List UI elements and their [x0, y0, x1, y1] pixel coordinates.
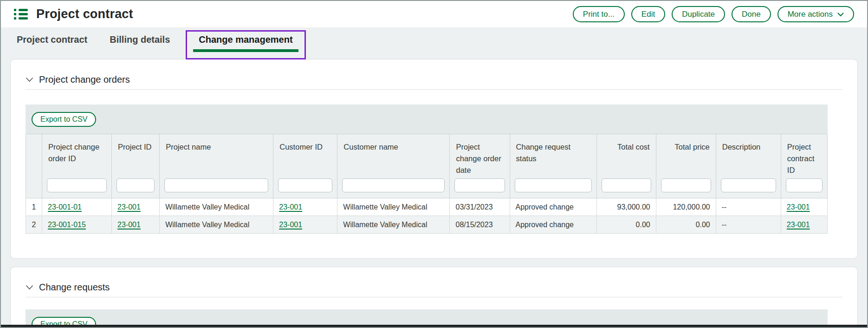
project-change-orders-panel: Project change orders Export to CSV Proj…	[10, 59, 858, 259]
section-header-change-requests: Change requests	[26, 281, 842, 297]
tab-change-management[interactable]: Change management	[192, 27, 299, 52]
column-header-customer_id: Customer ID	[273, 134, 337, 198]
column-header-cr_status: Change request status	[510, 134, 596, 198]
tab-billing-details[interactable]: Billing details	[110, 27, 170, 52]
done-button[interactable]: Done	[732, 6, 771, 22]
cell-customer_id: 23-001	[273, 216, 337, 234]
filter-input-description[interactable]	[721, 178, 776, 192]
section-header-project-change-orders: Project change orders	[26, 73, 842, 90]
cell-pco_id: 23-001-01	[42, 198, 112, 216]
more-actions-label: More actions	[788, 10, 833, 18]
column-label: Total cost	[597, 135, 655, 153]
cell-row_num: 1	[26, 198, 42, 216]
edit-button[interactable]: Edit	[631, 6, 665, 22]
export-csv-label: Export to CSV	[40, 116, 87, 123]
column-header-row_num	[26, 134, 42, 198]
column-header-pco_date: Project change order date	[450, 134, 510, 198]
link-pco_id[interactable]: 23-001-01	[48, 203, 82, 211]
grid-toolbar: Export to CSV	[26, 105, 828, 134]
filter-input-contract_id[interactable]	[786, 178, 823, 192]
cell-contract_id: 23-001	[781, 216, 827, 234]
cell-cr_status: Approved change	[510, 198, 596, 216]
table-row: 223-001-01523-001Willamette Valley Medic…	[26, 216, 828, 234]
export-to-csv-button[interactable]: Export to CSV	[32, 112, 96, 127]
page-title: Project contract	[36, 7, 133, 21]
filter-input-pco_date[interactable]	[454, 178, 505, 192]
column-header-project_id: Project ID	[112, 134, 160, 198]
link-contract_id[interactable]: 23-001	[787, 221, 810, 229]
header-actions: Print to... Edit Duplicate Done More act…	[573, 6, 854, 22]
list-menu-icon[interactable]	[14, 9, 28, 20]
column-label: Description	[717, 135, 780, 153]
top-header: Project contract Print to... Edit Duplic…	[1, 1, 867, 27]
link-contract_id[interactable]: 23-001	[787, 203, 810, 211]
cell-pco_id: 23-001-015	[42, 216, 112, 234]
tab-bar: Project contract Billing details Change …	[1, 27, 867, 52]
link-pco_id[interactable]: 23-001-015	[48, 221, 86, 229]
column-label: Project name	[160, 135, 272, 153]
project-change-orders-grid: Export to CSV Project change order IDPro…	[26, 105, 828, 234]
filter-input-pco_id[interactable]	[47, 178, 107, 192]
window-bottom-edge	[1, 325, 867, 327]
column-header-customer_name: Customer name	[337, 134, 450, 198]
column-header-pco_id: Project change order ID	[42, 134, 112, 198]
filter-input-total_cost[interactable]	[602, 178, 651, 192]
collapse-chevron-icon[interactable]	[26, 77, 33, 82]
tab-billing-details-label: Billing details	[110, 34, 170, 45]
cell-contract_id: 23-001	[781, 198, 827, 216]
filter-input-total_price[interactable]	[661, 178, 711, 192]
column-label: Customer name	[338, 135, 449, 153]
filter-input-project_name[interactable]	[164, 178, 268, 192]
table-header-row: Project change order IDProject IDProject…	[26, 134, 828, 198]
cell-customer_name: Willamette Valley Medical	[337, 198, 450, 216]
app-window: Project contract Print to... Edit Duplic…	[0, 0, 868, 328]
project-change-orders-table: Project change order IDProject IDProject…	[26, 134, 828, 234]
print-to-label: Print to...	[583, 10, 615, 18]
cell-total_cost: 0.00	[596, 216, 656, 234]
cell-customer_name: Willamette Valley Medical	[337, 216, 450, 234]
cell-customer_id: 23-001	[273, 198, 337, 216]
cell-total_price: 120,000.00	[656, 198, 716, 216]
cell-project_name: Willamette Valley Medical	[160, 198, 273, 216]
cell-pco_date: 03/31/2023	[450, 198, 510, 216]
duplicate-button[interactable]: Duplicate	[672, 6, 725, 22]
filter-input-project_id[interactable]	[117, 178, 155, 192]
print-to-button[interactable]: Print to...	[573, 6, 625, 22]
column-header-total_price: Total price	[656, 134, 716, 198]
link-customer_id[interactable]: 23-001	[279, 221, 302, 229]
cell-description: --	[716, 198, 781, 216]
column-label: Project change order ID	[43, 135, 111, 164]
more-actions-button[interactable]: More actions	[777, 6, 854, 22]
section-title: Project change orders	[39, 73, 130, 85]
duplicate-label: Duplicate	[682, 10, 715, 18]
column-header-project_name: Project name	[160, 134, 273, 198]
column-label: Project contract ID	[782, 135, 827, 176]
edit-label: Edit	[641, 10, 655, 18]
link-project_id[interactable]: 23-001	[117, 221, 141, 229]
column-label: Project ID	[112, 135, 159, 153]
cell-project_id: 23-001	[112, 216, 160, 234]
column-header-contract_id: Project contract ID	[781, 134, 827, 198]
filter-input-cr_status[interactable]	[515, 178, 592, 192]
link-customer_id[interactable]: 23-001	[279, 203, 302, 211]
column-header-description: Description	[716, 134, 781, 198]
done-label: Done	[742, 10, 761, 18]
cell-pco_date: 08/15/2023	[450, 216, 510, 234]
cell-total_price: 0.00	[656, 216, 716, 234]
tab-project-contract[interactable]: Project contract	[17, 27, 87, 52]
active-tab-underline	[193, 49, 298, 52]
change-requests-panel: Change requests Export to CSV	[10, 267, 858, 328]
chevron-down-icon	[837, 12, 844, 17]
column-label: Project change order date	[450, 135, 509, 176]
column-label: Total price	[657, 135, 715, 153]
section-title: Change requests	[39, 281, 110, 293]
tab-change-management-label: Change management	[199, 34, 292, 45]
collapse-chevron-icon[interactable]	[26, 285, 33, 290]
filter-input-customer_id[interactable]	[278, 178, 332, 192]
filter-input-customer_name[interactable]	[342, 178, 445, 192]
column-label: Change request status	[511, 135, 596, 164]
column-label: Customer ID	[274, 135, 337, 153]
column-header-total_cost: Total cost	[596, 134, 656, 198]
cell-description: --	[716, 216, 781, 234]
link-project_id[interactable]: 23-001	[117, 203, 141, 211]
